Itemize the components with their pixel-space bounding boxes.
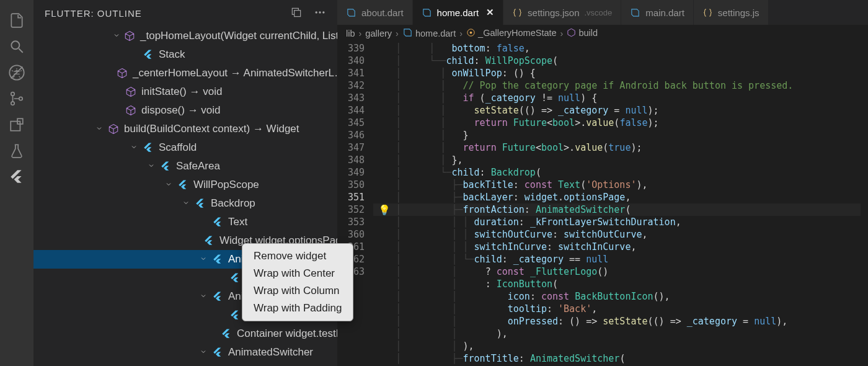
outline-row[interactable]: _topHomeLayout(Widget currentChild, List… <box>33 27 337 45</box>
outline-label: SafeArea <box>176 160 220 172</box>
svg-rect-10 <box>294 11 301 17</box>
context-menu-item[interactable]: Wrap with Padding <box>242 300 353 317</box>
outline-label: Scaffold <box>159 141 197 154</box>
twisty-icon <box>200 292 208 301</box>
extensions-icon[interactable] <box>7 115 26 134</box>
svg-point-0 <box>11 41 19 49</box>
close-tab-icon[interactable]: ✕ <box>486 7 494 18</box>
chevron-right-icon: › <box>396 29 399 38</box>
debug-icon[interactable] <box>7 63 26 82</box>
method-icon <box>125 105 136 116</box>
outline-label: dispose() → void <box>141 104 221 117</box>
svg-rect-7 <box>11 122 20 131</box>
more-actions-icon[interactable] <box>314 6 326 20</box>
outline-row[interactable]: Container widget.testMode ? null… <box>33 324 337 343</box>
breadcrumb-segment[interactable]: gallery <box>365 29 392 38</box>
twisty-icon <box>113 106 122 115</box>
outline-row[interactable]: WillPopScope <box>33 176 337 194</box>
editor-tab[interactable]: settings.js <box>694 0 769 25</box>
outline-row[interactable]: SafeArea <box>33 157 337 176</box>
widget-icon <box>143 49 154 60</box>
outline-row[interactable]: build(BuildContext context) → Widget <box>33 120 337 138</box>
twisty-icon <box>130 143 139 152</box>
search-icon[interactable] <box>7 37 26 56</box>
method-icon <box>124 30 135 42</box>
widget-icon <box>195 198 206 209</box>
breadcrumb-icon <box>402 30 413 40</box>
outline-row[interactable]: Stack <box>33 45 337 64</box>
outline-row[interactable]: Text <box>33 213 337 231</box>
svg-point-5 <box>11 102 14 105</box>
files-icon[interactable] <box>7 11 26 30</box>
tab-label: about.dart <box>361 7 404 18</box>
twisty-icon <box>95 125 104 133</box>
context-menu: Remove widgetWrap with CenterWrap with C… <box>242 243 353 321</box>
svg-point-15 <box>470 32 472 34</box>
widget-icon <box>229 310 241 321</box>
widget-icon <box>212 291 223 302</box>
outline-label: WillPopScope <box>193 179 259 191</box>
twisty-icon <box>200 348 208 357</box>
outline-row[interactable]: dispose() → void <box>33 101 337 120</box>
editor-tab[interactable]: settings.json.vscode <box>503 0 621 25</box>
breadcrumb-segment[interactable]: lib <box>346 29 355 38</box>
context-menu-item[interactable]: Remove widget <box>242 248 353 265</box>
tab-suffix: .vscode <box>585 8 613 17</box>
twisty-icon <box>200 218 208 226</box>
outline-label: initState() → void <box>141 86 222 98</box>
svg-point-11 <box>316 11 317 13</box>
outline-label: _topHomeLayout(Widget currentChild, List… <box>140 30 337 42</box>
chevron-right-icon: › <box>359 29 362 38</box>
widget-icon <box>177 179 188 190</box>
twisty-icon <box>200 255 208 264</box>
source-control-icon[interactable] <box>7 89 26 108</box>
tab-label: settings.js <box>718 7 760 18</box>
collapse-all-icon[interactable] <box>290 6 303 20</box>
editor-tab[interactable]: main.dart <box>621 0 694 25</box>
twisty-icon <box>165 181 174 189</box>
twisty-icon <box>182 199 191 208</box>
editor-tab[interactable]: home.dart✕ <box>413 0 504 25</box>
editor-area: about.darthome.dart✕settings.json.vscode… <box>337 0 868 366</box>
outline-label: Container widget.testMode ? null… <box>237 328 337 340</box>
tab-bar: about.darthome.dart✕settings.json.vscode… <box>337 0 868 25</box>
widget-icon <box>143 142 154 153</box>
tab-label: settings.json <box>528 7 579 18</box>
twisty-icon <box>217 311 226 319</box>
lightbulb-icon[interactable]: 💡 <box>378 204 391 216</box>
sidebar-title: FLUTTER: OUTLINE <box>45 8 279 19</box>
method-icon <box>117 68 128 79</box>
editor-tab[interactable]: about.dart <box>337 0 413 25</box>
outline-row[interactable]: AnimatedSwitcher <box>33 343 337 362</box>
outline-row[interactable]: initState() → void <box>33 83 337 101</box>
context-menu-item[interactable]: Wrap with Column <box>242 282 353 300</box>
context-menu-item[interactable]: Wrap with Center <box>242 265 353 282</box>
breadcrumb-segment[interactable]: _GalleryHomeState <box>466 28 557 39</box>
widget-icon <box>212 254 223 265</box>
twisty-icon <box>217 274 226 282</box>
widget-icon <box>203 235 215 246</box>
outline-label: Backdrop <box>211 197 255 210</box>
outline-row[interactable]: Backdrop <box>33 194 337 213</box>
outline-row[interactable]: Scaffold <box>33 138 337 157</box>
outline-row[interactable]: _centerHomeLayout → AnimatedSwitcherL… <box>33 64 337 83</box>
minimap[interactable] <box>861 42 868 366</box>
dart-icon <box>346 7 356 18</box>
breadcrumb-segment[interactable]: build <box>567 28 598 39</box>
dart-icon <box>422 7 432 18</box>
outline-label: Text <box>228 216 247 228</box>
tab-label: main.dart <box>645 7 684 18</box>
breadcrumb-segment[interactable]: home.dart <box>402 27 456 40</box>
breadcrumb-icon <box>466 29 476 39</box>
breadcrumbs: lib›gallery›home.dart›_GalleryHomeState›… <box>337 25 868 42</box>
chevron-right-icon: › <box>560 29 564 38</box>
widget-icon <box>229 272 241 283</box>
sidebar-header: FLUTTER: OUTLINE <box>33 0 337 27</box>
outline-label: AnimatedSwitcher <box>228 346 313 359</box>
code-editor[interactable]: │ │ bottom: false, │ └──child: WillPopSc… <box>373 42 861 366</box>
beaker-icon[interactable] <box>7 141 26 160</box>
twisty-icon <box>148 162 156 171</box>
flutter-icon[interactable] <box>7 167 26 186</box>
twisty-icon <box>113 32 120 40</box>
outline-row[interactable]: StatelessWidget _category != n… <box>33 362 337 366</box>
